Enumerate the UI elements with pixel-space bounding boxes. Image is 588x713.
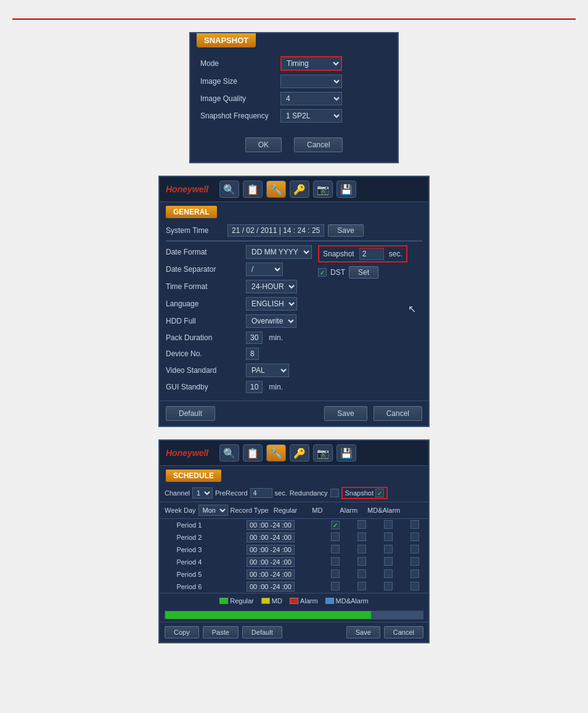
p2-mdalarm-cb[interactable] bbox=[410, 532, 419, 541]
hdd-full-select[interactable]: Overwrite bbox=[246, 314, 296, 328]
right-column: Snapshot sec. DST Set ↖ bbox=[318, 245, 422, 315]
sched-save-button[interactable]: Save bbox=[346, 626, 380, 638]
snapshot-cancel-button[interactable]: Cancel bbox=[294, 137, 343, 152]
week-day-label: Week Day bbox=[165, 507, 196, 514]
gui-standby-label: GUI Standby bbox=[166, 383, 246, 391]
p5-alarm-cb[interactable] bbox=[384, 569, 393, 578]
settings-icon[interactable]: 🔧 bbox=[266, 181, 286, 198]
p6-alarm-cb[interactable] bbox=[384, 582, 393, 590]
sched-default-button[interactable]: Default bbox=[242, 626, 282, 638]
general-cancel-button[interactable]: Cancel bbox=[374, 406, 422, 421]
p6-mdalarm-cb[interactable] bbox=[410, 582, 419, 590]
period-1-alarm[interactable] bbox=[375, 519, 402, 531]
p4-mdalarm-cb[interactable] bbox=[410, 557, 419, 566]
general-tab[interactable]: GENERAL bbox=[166, 206, 217, 218]
date-format-select[interactable]: DD MM YYYY bbox=[246, 245, 312, 259]
md-type-label: MD bbox=[312, 507, 322, 514]
p3-alarm-cb[interactable] bbox=[384, 545, 393, 553]
period-1-row: Period 1 00 :00 -24 :00 bbox=[160, 519, 428, 531]
redundancy-label: Redundancy bbox=[290, 489, 328, 497]
p1-regular-cb[interactable] bbox=[331, 521, 340, 529]
snapshot-highlight: Snapshot sec. bbox=[318, 245, 407, 263]
sched-snapshot-label: Snapshot bbox=[345, 489, 374, 497]
mode-label: Mode bbox=[200, 59, 280, 68]
time-format-select[interactable]: 24-HOUR bbox=[246, 280, 297, 293]
p2-regular-cb[interactable] bbox=[331, 532, 340, 541]
schedule-panel: Honeywell 🔍 📋 🔧 🔑 📷 💾 SCHEDULE Channel 1… bbox=[158, 439, 430, 643]
list-icon[interactable]: 📋 bbox=[243, 181, 263, 198]
period-1-md[interactable] bbox=[349, 519, 375, 531]
snapshot-ok-button[interactable]: OK bbox=[245, 137, 282, 152]
dst-set-button[interactable]: Set bbox=[349, 266, 378, 279]
sched-storage-icon[interactable]: 💾 bbox=[337, 444, 356, 462]
search-icon[interactable]: 🔍 bbox=[219, 181, 239, 198]
p3-mdalarm-cb[interactable] bbox=[410, 545, 419, 553]
date-sep-select[interactable]: / bbox=[246, 263, 283, 276]
sched-search-icon[interactable]: 🔍 bbox=[219, 444, 239, 462]
legend-md-box bbox=[261, 598, 270, 604]
sched-camera-icon[interactable]: 📷 bbox=[313, 444, 333, 462]
legend-regular: Regular bbox=[219, 597, 254, 605]
legend-mdalarm-label: MD&Alarm bbox=[336, 597, 369, 605]
snapshot-inline-label: Snapshot bbox=[323, 250, 354, 258]
prerecord-input[interactable] bbox=[250, 488, 272, 498]
period-3-label: Period 3 bbox=[160, 544, 219, 556]
p4-md-cb[interactable] bbox=[357, 557, 366, 566]
system-time-save-button[interactable]: Save bbox=[328, 224, 363, 237]
system-time-value: 21 / 02 / 2011 | 14 : 24 : 25 bbox=[227, 224, 324, 237]
schedule-legend: Regular MD Alarm MD&Alarm bbox=[160, 593, 428, 608]
legend-regular-label: Regular bbox=[230, 597, 254, 605]
sched-copy-button[interactable]: Copy bbox=[165, 626, 199, 638]
key-icon[interactable]: 🔑 bbox=[290, 181, 309, 198]
general-default-button[interactable]: Default bbox=[166, 406, 215, 421]
redundancy-checkbox[interactable] bbox=[330, 489, 339, 497]
period-2-row: Period 2 00 :00 -24 :00 bbox=[160, 531, 428, 544]
image-quality-select[interactable]: 4 bbox=[280, 92, 342, 105]
general-save-button[interactable]: Save bbox=[324, 406, 367, 421]
period-5-label: Period 5 bbox=[160, 568, 219, 581]
schedule-tab[interactable]: SCHEDULE bbox=[166, 470, 221, 482]
p2-md-cb[interactable] bbox=[357, 532, 366, 541]
general-panel-icons: 🔍 📋 🔧 🔑 📷 💾 bbox=[219, 181, 356, 198]
general-panel-footer: Default Save Cancel bbox=[160, 401, 428, 426]
p1-alarm-cb[interactable] bbox=[384, 520, 393, 529]
camera-icon[interactable]: 📷 bbox=[313, 181, 333, 198]
video-std-select[interactable]: PAL bbox=[246, 364, 289, 377]
sched-paste-button[interactable]: Paste bbox=[203, 626, 239, 638]
dst-checkbox[interactable] bbox=[318, 268, 327, 277]
channel-select[interactable]: 1 bbox=[192, 487, 213, 499]
general-panel: Honeywell 🔍 📋 🔧 🔑 📷 💾 GENERAL System Tim… bbox=[158, 176, 430, 427]
p1-md-cb[interactable] bbox=[357, 520, 366, 529]
p6-regular-cb[interactable] bbox=[331, 582, 340, 590]
p5-regular-cb[interactable] bbox=[331, 569, 340, 578]
p3-regular-cb[interactable] bbox=[331, 545, 340, 553]
sched-key-icon[interactable]: 🔑 bbox=[290, 444, 309, 462]
snapshot-dialog-title: SNAPSHOT bbox=[197, 33, 256, 47]
sched-list-icon[interactable]: 📋 bbox=[243, 444, 263, 462]
period-1-mdalarm[interactable] bbox=[402, 519, 428, 531]
period-1-regular[interactable] bbox=[322, 519, 349, 531]
storage-icon[interactable]: 💾 bbox=[337, 181, 356, 198]
image-size-select[interactable] bbox=[280, 75, 342, 88]
p5-mdalarm-cb[interactable] bbox=[410, 569, 419, 578]
p2-alarm-cb[interactable] bbox=[384, 532, 393, 541]
p1-mdalarm-cb[interactable] bbox=[410, 520, 419, 529]
sched-settings-icon[interactable]: 🔧 bbox=[266, 444, 286, 462]
p6-md-cb[interactable] bbox=[357, 582, 366, 590]
record-type-label: Record Type bbox=[231, 507, 269, 514]
p4-alarm-cb[interactable] bbox=[384, 557, 393, 566]
periods-table: Period 1 00 :00 -24 :00 Period 2 00 :00 … bbox=[160, 519, 428, 593]
snapshot-freq-row: Snapshot Frequency 1 SP2L bbox=[200, 109, 388, 123]
p4-regular-cb[interactable] bbox=[331, 557, 340, 566]
week-day-select[interactable]: Mon bbox=[198, 505, 228, 516]
sched-cancel-button[interactable]: Cancel bbox=[384, 626, 423, 638]
mode-select[interactable]: Timing Trigger bbox=[280, 56, 342, 71]
language-select[interactable]: ENGLISH bbox=[246, 297, 297, 311]
p5-md-cb[interactable] bbox=[357, 569, 366, 578]
snapshot-freq-select[interactable]: 1 SP2L bbox=[280, 109, 342, 123]
sched-snapshot-checkbox[interactable] bbox=[375, 489, 384, 497]
p3-md-cb[interactable] bbox=[357, 545, 366, 553]
period-4-row: Period 4 00 :00 -24 :00 bbox=[160, 556, 428, 568]
legend-regular-box bbox=[219, 598, 228, 604]
snapshot-value-input[interactable] bbox=[359, 248, 384, 260]
